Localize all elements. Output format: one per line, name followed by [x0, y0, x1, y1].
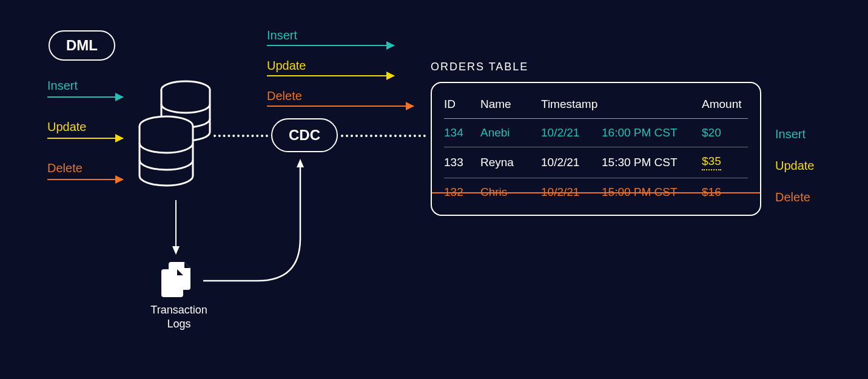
cdc-pill: CDC: [271, 118, 338, 152]
cell-name: Anebi: [480, 126, 541, 139]
dml-delete-arrow: Delete: [47, 161, 123, 180]
cell-date: 10/2/21: [541, 126, 602, 139]
cell-name: Reyna: [480, 156, 541, 169]
cdc-insert-arrow: Insert: [267, 29, 394, 46]
insert-label: Insert: [267, 29, 297, 42]
table-row-delete: 132 Chris 10/2/21 15:00 PM CST $16: [444, 178, 748, 206]
update-label: Update: [47, 120, 87, 133]
tlogs-line2: Logs: [167, 318, 190, 330]
transaction-logs-label: Transaction Logs: [140, 303, 218, 332]
insert-label: Insert: [47, 79, 78, 92]
svg-marker-3: [172, 246, 180, 255]
col-timestamp: Timestamp: [541, 98, 702, 111]
cell-id: 133: [444, 156, 480, 169]
arrow-icon: [47, 179, 123, 180]
dml-pill: DML: [49, 30, 115, 61]
arrow-icon: [267, 45, 394, 46]
cdc-delete-arrow: Delete: [267, 89, 414, 107]
dotted-db-cdc: [214, 135, 268, 137]
dml-label: DML: [66, 37, 98, 54]
cdc-update-arrow: Update: [267, 59, 394, 76]
cell-time: 15:30 PM CST: [602, 156, 702, 169]
cell-amount-updated: $35: [702, 155, 721, 170]
orders-table: ID Name Timestamp Amount 134 Anebi 10/2/…: [431, 82, 761, 216]
tlogs-line1: Transaction: [150, 304, 207, 316]
row-tag-insert: Insert: [775, 127, 806, 141]
cdc-label: CDC: [289, 127, 320, 144]
col-id: ID: [444, 98, 480, 111]
row-tag-update: Update: [775, 159, 815, 173]
dml-update-arrow: Update: [47, 120, 123, 139]
cell-amount: $20: [702, 126, 750, 139]
delete-label: Delete: [47, 161, 82, 175]
col-amount: Amount: [702, 98, 750, 111]
col-name: Name: [480, 98, 541, 111]
cell-time: 16:00 PM CST: [602, 126, 702, 139]
row-tag-delete: Delete: [775, 190, 810, 204]
arrow-logs-to-cdc-icon: [200, 156, 321, 290]
arrow-db-to-logs-icon: [172, 200, 180, 255]
transaction-logs-icon: [158, 261, 194, 297]
table-row-update: 133 Reyna 10/2/21 15:30 PM CST $35: [444, 147, 748, 178]
update-label: Update: [267, 59, 306, 72]
cell-id: 134: [444, 126, 480, 139]
cell-date: 10/2/21: [541, 156, 602, 169]
svg-marker-4: [297, 159, 304, 167]
orders-header-row: ID Name Timestamp Amount: [444, 90, 748, 119]
table-row-insert: 134 Anebi 10/2/21 16:00 PM CST $20: [444, 119, 748, 147]
orders-table-title: ORDERS TABLE: [431, 61, 528, 73]
arrow-icon: [47, 96, 123, 98]
delete-label: Delete: [267, 89, 302, 102]
strikethrough-line: [432, 192, 760, 193]
arrow-icon: [267, 106, 414, 107]
arrow-icon: [47, 138, 123, 139]
dotted-cdc-table: [341, 135, 426, 137]
arrow-icon: [267, 75, 394, 76]
dml-insert-arrow: Insert: [47, 79, 123, 98]
